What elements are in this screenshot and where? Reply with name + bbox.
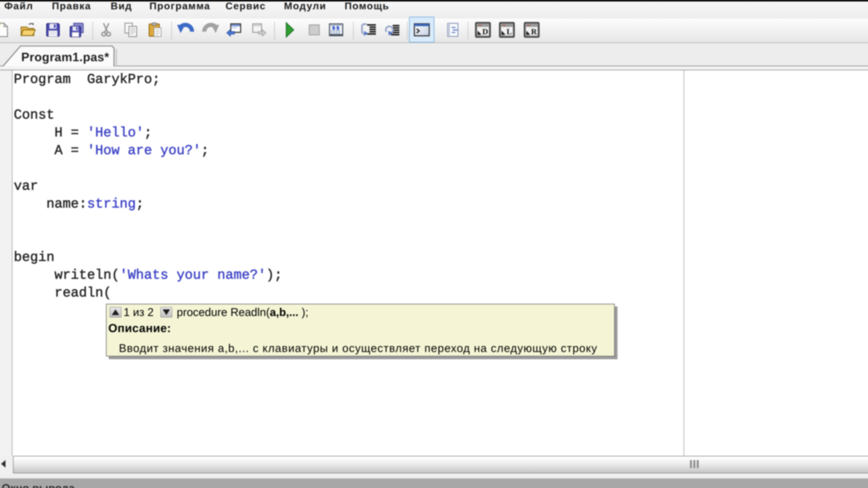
svg-text:L: L [506, 27, 512, 36]
svg-text:D: D [482, 27, 488, 36]
svg-text:R: R [531, 27, 537, 36]
